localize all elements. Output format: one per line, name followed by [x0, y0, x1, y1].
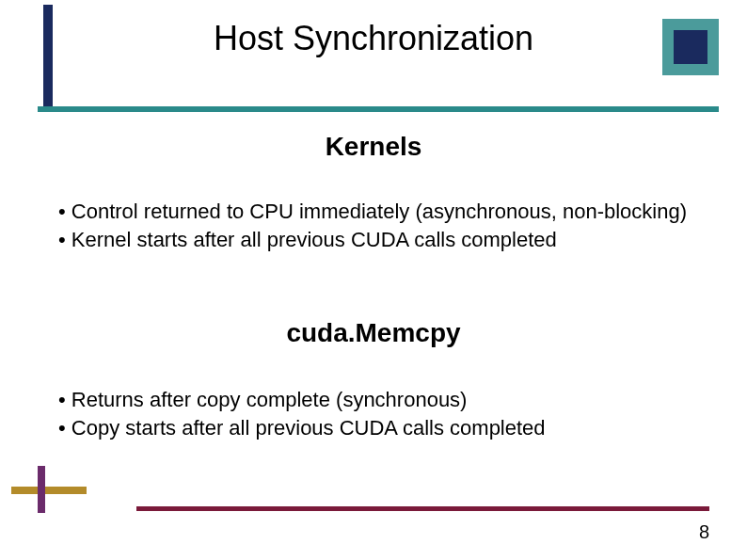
slide-title: Host Synchronization	[0, 19, 747, 58]
page-number: 8	[699, 521, 709, 543]
cross-horizontal	[11, 487, 87, 494]
bullet-list-memcpy: • Returns after copy complete (synchrono…	[58, 386, 700, 441]
section-heading-memcpy: cuda.Memcpy	[0, 318, 747, 348]
bullet-item: • Control returned to CPU immediately (a…	[58, 198, 700, 226]
section-heading-kernels: Kernels	[0, 132, 747, 162]
bullet-item: • Kernel starts after all previous CUDA …	[58, 226, 700, 254]
bullet-list-kernels: • Control returned to CPU immediately (a…	[58, 198, 700, 253]
footer-line	[136, 506, 709, 511]
bullet-item: • Copy starts after all previous CUDA ca…	[58, 414, 700, 442]
cross-decoration	[11, 466, 87, 513]
title-underline	[38, 106, 719, 112]
slide: Host Synchronization Kernels • Control r…	[0, 0, 747, 560]
cross-vertical	[38, 466, 45, 513]
bullet-item: • Returns after copy complete (synchrono…	[58, 386, 700, 414]
